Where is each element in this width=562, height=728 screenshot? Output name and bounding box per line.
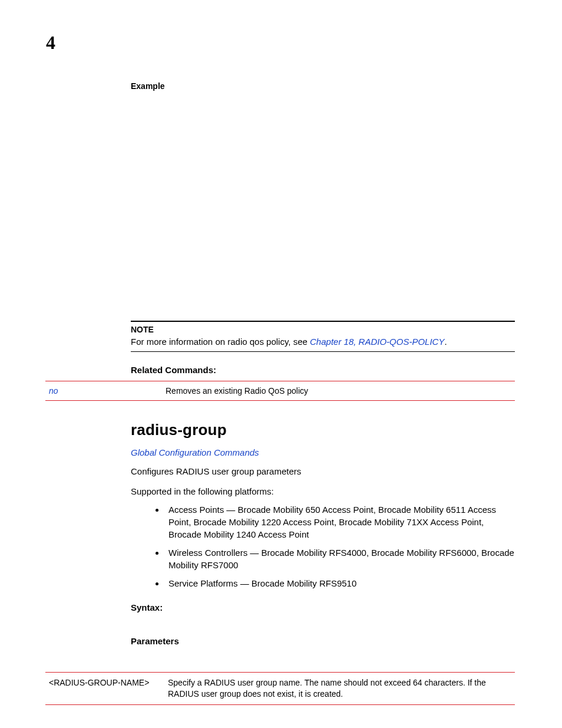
parameter-name: <RADIUS-GROUP-NAME> xyxy=(45,673,164,705)
table-row: <RADIUS-GROUP-NAME> Specify a RADIUS use… xyxy=(45,673,515,705)
supported-intro: Supported in the following platforms: xyxy=(131,486,515,498)
content-area: Example NOTE For more information on rad… xyxy=(131,81,515,705)
syntax-label: Syntax: xyxy=(131,602,515,612)
page: 4 Example NOTE For more information on r… xyxy=(0,0,562,728)
list-item: Access Points — Brocade Mobility 650 Acc… xyxy=(165,503,515,541)
note-pre: For more information on radio qos policy… xyxy=(131,337,310,347)
note-post: . xyxy=(444,337,447,347)
related-command-desc: Removes an existing Radio QoS policy xyxy=(163,381,515,400)
list-item: Service Platforms — Brocade Mobility RFS… xyxy=(165,577,515,589)
table-row: no Removes an existing Radio QoS policy xyxy=(45,381,515,400)
related-command-name[interactable]: no xyxy=(45,381,163,400)
section-title: radius-group xyxy=(131,421,515,439)
note-text: For more information on radio qos policy… xyxy=(131,336,515,348)
section-sublink[interactable]: Global Configuration Commands xyxy=(131,447,515,457)
parameters-table: <RADIUS-GROUP-NAME> Specify a RADIUS use… xyxy=(45,672,515,705)
platform-list: Access Points — Brocade Mobility 650 Acc… xyxy=(131,503,515,589)
list-item: Wireless Controllers — Brocade Mobility … xyxy=(165,546,515,571)
parameter-desc: Specify a RADIUS user group name. The na… xyxy=(164,673,515,705)
note-link[interactable]: Chapter 18, RADIO-QOS-POLICY xyxy=(310,337,444,347)
parameters-label: Parameters xyxy=(131,636,515,646)
chapter-number: 4 xyxy=(46,32,55,54)
note-label: NOTE xyxy=(131,325,154,334)
note-rule-bottom xyxy=(131,351,515,352)
related-commands-table: no Removes an existing Radio QoS policy xyxy=(45,381,515,401)
section-desc: Configures RADIUS user group parameters xyxy=(131,466,515,477)
example-label: Example xyxy=(131,81,515,91)
related-commands-heading: Related Commands: xyxy=(131,365,515,375)
note-block: NOTE For more information on radio qos p… xyxy=(131,321,515,352)
